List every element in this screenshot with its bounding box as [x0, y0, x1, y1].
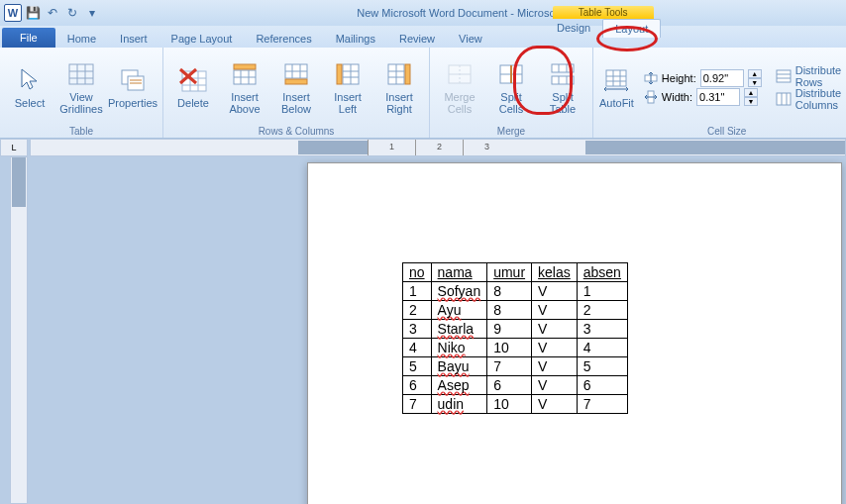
insert-right-icon [384, 59, 414, 89]
document-area: L 1 2 3 no nama umur kelas absen 1Sofyan… [0, 139, 846, 504]
context-tab-group: Table Tools Design Layout [545, 6, 661, 38]
distribute-columns-icon [776, 91, 792, 107]
insert-above-button[interactable]: Insert Above [221, 59, 268, 115]
tab-selector[interactable]: L [0, 139, 28, 156]
undo-icon[interactable]: ↶ [44, 4, 61, 22]
word-icon: W [4, 4, 22, 22]
insert-below-button[interactable]: Insert Below [272, 59, 320, 115]
tab-design[interactable]: Design [545, 19, 602, 38]
row-height-icon [644, 71, 658, 85]
group-rows-columns: Delete Insert Above Insert Below Insert … [163, 48, 430, 138]
context-tab-label: Table Tools [553, 6, 654, 19]
svg-rect-43 [552, 76, 574, 84]
redo-icon[interactable]: ↻ [63, 4, 81, 22]
document-page[interactable]: no nama umur kelas absen 1Sofyan8V12Ayu8… [307, 162, 842, 504]
tab-layout[interactable]: Layout [602, 19, 661, 38]
group-table: Select View Gridlines Properties Table [0, 48, 163, 138]
svg-rect-30 [337, 64, 342, 84]
tab-mailings[interactable]: Mailings [324, 30, 387, 48]
distribute-rows-icon [776, 68, 792, 84]
properties-icon [118, 65, 148, 95]
insert-below-icon [281, 59, 311, 89]
gridlines-icon [66, 59, 96, 89]
svg-rect-20 [234, 64, 256, 69]
svg-rect-35 [405, 64, 410, 84]
height-input[interactable] [700, 69, 744, 87]
table-row[interactable]: 3Starla9V3 [403, 320, 628, 339]
height-up[interactable]: ▲ [748, 69, 762, 78]
tab-review[interactable]: Review [387, 30, 447, 48]
autofit-button[interactable]: AutoFit [599, 65, 634, 109]
cursor-icon [15, 65, 45, 95]
horizontal-ruler[interactable]: 1 2 3 [30, 139, 846, 156]
table-row[interactable]: 6Asep6V6 [403, 376, 628, 395]
width-label: Width: [662, 91, 692, 103]
titlebar: W 💾 ↶ ↻ ▾ New Microsoft Word Document - … [0, 0, 846, 26]
distribute-columns-button[interactable]: Distribute Columns [776, 88, 846, 110]
insert-left-icon [333, 59, 363, 89]
table-row[interactable]: 4Niko10V4 [403, 339, 628, 357]
select-button[interactable]: Select [6, 65, 53, 109]
tab-references[interactable]: References [244, 30, 323, 48]
col-width-control: Width: ▲▼ [644, 88, 762, 106]
svg-rect-55 [777, 70, 791, 82]
svg-rect-58 [777, 93, 791, 105]
save-icon[interactable]: 💾 [24, 4, 42, 22]
autofit-icon [601, 65, 631, 95]
qat-more-icon[interactable]: ▾ [83, 4, 101, 22]
ribbon-tabs: File Home Insert Page Layout References … [0, 26, 846, 48]
height-label: Height: [662, 72, 696, 84]
width-up[interactable]: ▲ [744, 88, 758, 97]
group-cell-size: AutoFit Height: ▲▼ Width: ▲▼ [593, 48, 846, 138]
group-merge: Merge Cells Split Cells Split Table Merg… [430, 48, 593, 138]
tab-view[interactable]: View [447, 30, 494, 48]
col-width-icon [644, 90, 658, 104]
delete-table-icon [178, 65, 208, 95]
svg-rect-48 [606, 70, 626, 86]
group-cellsize-label: Cell Size [599, 125, 846, 138]
row-height-control: Height: ▲▼ [644, 69, 762, 87]
split-table-icon [548, 59, 578, 89]
document-table[interactable]: no nama umur kelas absen 1Sofyan8V12Ayu8… [402, 262, 628, 414]
split-table-button[interactable]: Split Table [539, 59, 586, 115]
tab-file[interactable]: File [2, 28, 55, 48]
window-title: New Microsoft Word Document - Microsoft … [101, 7, 846, 19]
table-row[interactable]: 5Bayu7V5 [403, 357, 628, 376]
delete-button[interactable]: Delete [169, 65, 217, 109]
distribute-rows-button[interactable]: Distribute Rows [776, 65, 846, 87]
width-input[interactable] [696, 88, 740, 106]
quick-access-toolbar: W 💾 ↶ ↻ ▾ [0, 4, 101, 22]
table-row[interactable]: 7udin10V7 [403, 395, 628, 414]
ribbon: Select View Gridlines Properties Table [0, 48, 846, 139]
tab-home[interactable]: Home [55, 30, 108, 48]
height-down[interactable]: ▼ [748, 78, 762, 87]
svg-rect-0 [69, 64, 93, 84]
group-merge-label: Merge [436, 125, 586, 138]
merge-cells-icon [445, 59, 475, 89]
svg-rect-42 [552, 64, 574, 72]
properties-button[interactable]: Properties [109, 65, 157, 109]
merge-cells-button: Merge Cells [436, 59, 483, 115]
split-cells-button[interactable]: Split Cells [487, 59, 535, 115]
group-rows-label: Rows & Columns [169, 125, 423, 138]
insert-above-icon [230, 59, 260, 89]
split-cells-icon [496, 59, 526, 89]
table-row[interactable]: 2Ayu8V2 [403, 301, 628, 320]
table-header-row[interactable]: no nama umur kelas absen [403, 263, 628, 282]
insert-left-button[interactable]: Insert Left [324, 59, 371, 115]
tab-insert[interactable]: Insert [108, 30, 159, 48]
tab-page-layout[interactable]: Page Layout [159, 30, 245, 48]
insert-right-button[interactable]: Insert Right [375, 59, 423, 115]
svg-rect-25 [285, 79, 307, 84]
table-row[interactable]: 1Sofyan8V1 [403, 282, 628, 301]
view-gridlines-button[interactable]: View Gridlines [57, 59, 105, 115]
width-down[interactable]: ▼ [744, 97, 758, 106]
group-table-label: Table [6, 125, 157, 138]
vertical-ruler[interactable] [10, 156, 28, 504]
